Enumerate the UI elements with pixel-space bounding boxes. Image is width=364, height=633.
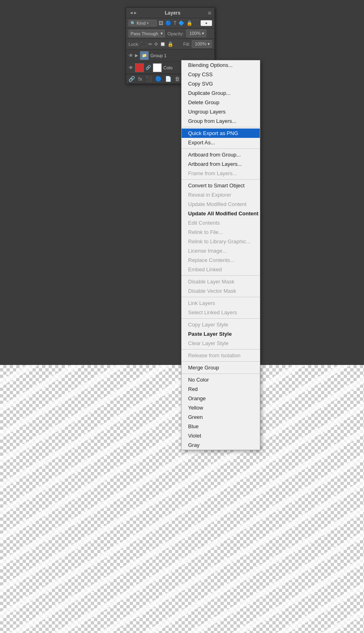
- opacity-input[interactable]: 100% ▾: [186, 30, 206, 37]
- panel-collapse-arrows[interactable]: ◄►: [129, 11, 137, 15]
- context-menu-item-orange[interactable]: Orange: [182, 394, 260, 403]
- context-menu-item-violet[interactable]: Violet: [182, 431, 260, 440]
- context-menu-item-reveal-explorer: Reveal in Explorer: [182, 190, 260, 200]
- context-menu-item-clear-layer-style: Clear Layer Style: [182, 339, 260, 348]
- context-menu-item-group-from-layers[interactable]: Group from Layers...: [182, 116, 260, 126]
- context-menu-item-ungroup-layers[interactable]: Ungroup Layers: [182, 107, 260, 116]
- context-menu-item-edit-contents: Edit Contents: [182, 218, 260, 227]
- blend-bar: Pass Through ▾ Opacity: 100% ▾: [126, 28, 214, 39]
- context-menu-item-frame-from-layers: Frame from Layers...: [182, 169, 260, 178]
- context-menu-item-relink-to-file: Relink to File...: [182, 227, 260, 237]
- context-menu-separator: [182, 275, 260, 276]
- mask-icon[interactable]: ⬛: [146, 76, 152, 82]
- context-menu-item-disable-layer-mask: Disable Layer Mask: [182, 277, 260, 286]
- context-menu-item-replace-contents: Replace Contents...: [182, 255, 260, 265]
- context-menu-item-artboard-from-layers[interactable]: Artboard from Layers...: [182, 159, 260, 169]
- context-menu-item-duplicate-group[interactable]: Duplicate Group...: [182, 88, 260, 98]
- context-menu-separator: [182, 373, 260, 374]
- filter-kind-dropdown[interactable]: ▾: [147, 21, 149, 25]
- context-menu-item-disable-vector-mask: Disable Vector Mask: [182, 286, 260, 296]
- opacity-label: Opacity:: [167, 31, 184, 36]
- context-menu-item-copy-svg[interactable]: Copy SVG: [182, 79, 260, 88]
- context-menu-item-update-all-modified[interactable]: Update All Modified Content: [182, 209, 260, 218]
- fill-input[interactable]: 100% ▾: [192, 40, 212, 48]
- context-menu-item-artboard-from-group[interactable]: Artboard from Group...: [182, 150, 260, 159]
- group-icon: 📁: [142, 53, 147, 58]
- context-menu-item-copy-css[interactable]: Copy CSS: [182, 70, 260, 79]
- filter-adjustment-icon[interactable]: 🔵: [165, 20, 171, 26]
- adjustment-icon[interactable]: 🔵: [155, 76, 162, 82]
- context-menu-item-relink-library: Relink to Library Graphic...: [182, 237, 260, 246]
- context-menu-item-license-image: License Image...: [182, 246, 260, 255]
- new-layer-icon[interactable]: 📄: [165, 76, 171, 82]
- context-menu-item-delete-group[interactable]: Delete Group: [182, 98, 260, 107]
- lock-lock-icon[interactable]: 🔒: [167, 41, 173, 47]
- blend-mode-dropdown[interactable]: Pass Through ▾: [128, 30, 165, 37]
- panel-title-bar: ◄► Layers ≡: [126, 8, 214, 18]
- layer-name-color: Colo: [163, 65, 173, 70]
- lock-icons-group: ⬛ ✏ ✢ 🔲 🔒: [141, 41, 173, 47]
- context-menu-item-release-isolation: Release from Isolation: [182, 351, 260, 360]
- fill-value: 100%: [195, 41, 206, 46]
- opacity-value: 100%: [189, 31, 201, 36]
- filter-toggle[interactable]: ●: [201, 20, 212, 26]
- context-menu-item-embed-linked: Embed Linked: [182, 265, 260, 274]
- layer-thumbnail-red: [135, 63, 144, 72]
- context-menu-item-blue[interactable]: Blue: [182, 422, 260, 431]
- context-menu-separator: [182, 349, 260, 350]
- layer-expand-arrow[interactable]: ▶: [135, 53, 138, 58]
- context-menu-item-convert-smart-object[interactable]: Convert to Smart Object: [182, 181, 260, 190]
- filter-kind-label: Kind: [137, 21, 146, 26]
- lock-bar: Lock: ⬛ ✏ ✢ 🔲 🔒 Fill: 100% ▾: [126, 39, 214, 49]
- filter-bar: 🔍 Kind ▾ 🖼 🔵 T 🔷 🔒 ●: [126, 18, 214, 28]
- blend-mode-arrow: ▾: [161, 31, 163, 36]
- context-menu-item-yellow[interactable]: Yellow: [182, 403, 260, 412]
- filter-toggle-indicator: ●: [205, 21, 207, 25]
- context-menu-separator: [182, 297, 260, 297]
- link-icon[interactable]: 🔗: [128, 76, 135, 82]
- lock-artboard-icon[interactable]: 🔲: [160, 41, 166, 47]
- context-menu-item-update-modified: Update Modified Content: [182, 200, 260, 209]
- context-menu-item-gray[interactable]: Gray: [182, 440, 260, 450]
- filter-shape-icon[interactable]: 🔷: [178, 20, 184, 26]
- lock-all-icon[interactable]: ⬛: [141, 41, 147, 47]
- layer-thumbnail-group1: 📁: [140, 51, 149, 60]
- context-menu: Blending Options...Copy CSSCopy SVGDupli…: [181, 60, 260, 450]
- layer-name-group1: Group 1: [150, 53, 167, 58]
- delete-layer-icon[interactable]: 🗑: [175, 76, 180, 82]
- context-menu-separator: [182, 179, 260, 180]
- search-icon: 🔍: [131, 21, 135, 26]
- context-menu-item-paste-layer-style[interactable]: Paste Layer Style: [182, 329, 260, 339]
- filter-search-box[interactable]: 🔍 Kind ▾: [128, 20, 157, 26]
- lock-pixels-icon[interactable]: ✏: [148, 41, 152, 47]
- layer-visibility-color-icon[interactable]: 👁: [128, 65, 133, 71]
- context-menu-item-green[interactable]: Green: [182, 412, 260, 422]
- filter-icons-group: 🖼 🔵 T 🔷 🔒: [158, 20, 193, 26]
- fill-label: Fill:: [183, 42, 190, 47]
- fx-icon[interactable]: fx: [138, 76, 142, 82]
- lock-position-icon[interactable]: ✢: [154, 41, 158, 47]
- layer-link-icon: 🔗: [146, 65, 151, 70]
- lock-label: Lock:: [128, 42, 139, 47]
- context-menu-separator: [182, 361, 260, 362]
- layer-thumbnail-white: [153, 63, 162, 72]
- fill-arrow: ▾: [208, 41, 210, 46]
- context-menu-item-export-as[interactable]: Export As...: [182, 138, 260, 147]
- context-menu-item-link-layers: Link Layers: [182, 298, 260, 308]
- panel-title: Layers: [165, 10, 180, 16]
- context-menu-item-copy-layer-style: Copy Layer Style: [182, 320, 260, 329]
- context-menu-item-blending-options[interactable]: Blending Options...: [182, 60, 260, 70]
- context-menu-separator: [182, 127, 260, 127]
- context-menu-item-red[interactable]: Red: [182, 384, 260, 394]
- context-menu-item-merge-group[interactable]: Merge Group: [182, 363, 260, 372]
- panel-menu-icon[interactable]: ≡: [208, 10, 211, 16]
- filter-smart-icon[interactable]: 🔒: [186, 20, 193, 26]
- context-menu-separator: [182, 148, 260, 149]
- context-menu-item-no-color[interactable]: No Color: [182, 375, 260, 384]
- context-menu-item-quick-export-png[interactable]: Quick Export as PNG: [182, 129, 260, 138]
- filter-type-icon[interactable]: T: [173, 20, 176, 26]
- layer-visibility-icon[interactable]: 👁: [128, 53, 133, 58]
- opacity-arrow: ▾: [202, 31, 204, 36]
- context-menu-separator: [182, 318, 260, 319]
- filter-pixel-icon[interactable]: 🖼: [158, 20, 163, 26]
